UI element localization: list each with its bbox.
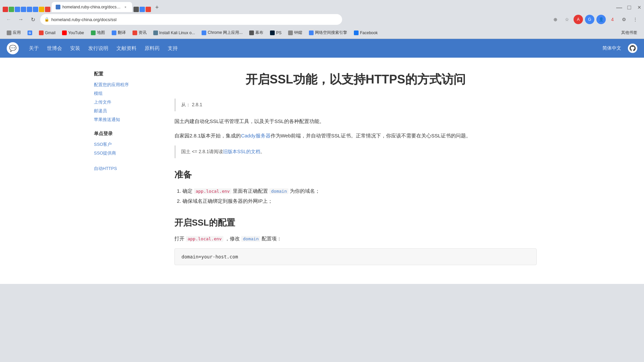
bookmark-bell-label: 钟鑐 (294, 30, 302, 36)
open-config-paragraph: 打开 app.local.env ，修改 domain 配置项： (174, 234, 537, 243)
bookmark-gmail-label: Gmail (45, 31, 55, 35)
address-bar[interactable]: 🔒 homeland.ruby-china.org/docs/ssl (40, 14, 342, 25)
extension1-icon[interactable]: A (574, 15, 583, 24)
old-ssl-docs-link[interactable]: 旧版本SSL的文档 (223, 149, 260, 154)
refresh-button[interactable]: ↻ (28, 15, 38, 24)
para2-after: 配置项： (260, 236, 282, 241)
bookmark-kali-label: Install Kali Linux o... (159, 31, 195, 35)
nav-expo[interactable]: 世博会 (47, 45, 62, 52)
profile-icon[interactable]: 👤 (596, 15, 606, 24)
main-content: 开启SSL功能，以支持HTTPS的方式访问 从： 2.8.1 国土内建自动化SS… (154, 71, 557, 270)
extension2-icon[interactable]: G (585, 15, 594, 24)
website: 💬 关于 世博会 安装 发行说明 文献资料 原料药 支持 简体中文 (0, 39, 644, 284)
bookmark-apps[interactable]: 应用 (4, 28, 23, 37)
bookmark-youtube[interactable]: YouTube (59, 29, 87, 37)
extension3-icon[interactable]: 4 (608, 15, 617, 24)
logo-icon: 💬 (7, 42, 19, 54)
bookmark-ps[interactable]: PS (267, 29, 284, 37)
prepare-list: 确定 app.local.env 里面有正确配置 domain 为你的域名； 确… (174, 186, 537, 206)
sidebar-link-sso-client[interactable]: SSO客户 (94, 140, 148, 149)
bookmark-youtube-label: YouTube (68, 31, 84, 35)
active-tab[interactable]: homeland.ruby-china.org/docs/ssl × (52, 2, 132, 12)
bookmark-other[interactable]: 其他书签 (619, 28, 640, 37)
bookmark-facebook[interactable]: Facebook (351, 29, 380, 37)
bookmark-apps-label: 应用 (13, 30, 21, 36)
tab-bar: homeland.ruby-china.org/docs/ssl × + — □… (0, 0, 644, 12)
note-blockquote: 国土 <= 2.8.1请阅读旧版本SSL的文档。 (174, 145, 537, 158)
tab-favicon (56, 5, 60, 9)
content-area: 配置 配置您的应用程序 模组 上传文件 邮递员 苹果推送通知 单点登录 SSO客… (87, 58, 557, 284)
bookmark-bell[interactable]: 钟鑐 (285, 28, 305, 37)
maximize-button[interactable]: □ (625, 3, 634, 12)
site-nav: 💬 关于 世博会 安装 发行说明 文献资料 原料药 支持 简体中文 (0, 39, 644, 58)
list1-code2: domain (269, 188, 288, 194)
browser-window: homeland.ruby-china.org/docs/ssl × + — □… (0, 0, 644, 362)
close-button[interactable]: × (635, 3, 644, 12)
code-content: domain=your-host.com (181, 254, 238, 259)
list1-code1: app.local.env (194, 188, 231, 194)
bookmark-translate[interactable]: 翻译 (109, 28, 128, 37)
nav-install[interactable]: 安装 (70, 45, 80, 52)
bookmark-star-icon[interactable]: ☆ (562, 15, 572, 24)
note-before: 国土 <= 2.8.1请阅读 (181, 149, 223, 154)
bookmark-facebook-label: Facebook (360, 31, 378, 35)
github-icon[interactable] (628, 44, 637, 53)
nav-links: 关于 世博会 安装 发行说明 文献资料 原料药 支持 (29, 45, 178, 52)
tab-close-button[interactable]: × (123, 4, 128, 10)
bookmark-maps[interactable]: 地图 (88, 28, 108, 37)
sidebar-group-config: 配置 配置您的应用程序 模组 上传文件 邮递员 苹果推送通知 (94, 71, 148, 124)
bookmark-chrome-apps[interactable]: Chrome 网上应用... (199, 28, 245, 37)
sidebar-link-mailer[interactable]: 邮递员 (94, 107, 148, 115)
sidebar-section-sso: 单点登录 (94, 131, 148, 137)
bookmark-kali[interactable]: Install Kali Linux o... (151, 29, 198, 37)
list-item-2: 确保域名正确绑定到服务器的外网IP上； (182, 196, 537, 206)
sidebar: 配置 配置您的应用程序 模组 上传文件 邮递员 苹果推送通知 单点登录 SSO客… (87, 71, 154, 270)
para1-before: 自家园2.8.1版本开始，集成的 (174, 133, 241, 138)
section-prepare-heading: 准备 (174, 169, 537, 181)
nav-raw[interactable]: 原料药 (145, 45, 160, 52)
forward-button[interactable]: → (16, 15, 25, 24)
back-button[interactable]: ← (4, 15, 13, 24)
nav-release[interactable]: 发行说明 (88, 45, 108, 52)
bookmark-gmail[interactable]: Gmail (36, 29, 58, 37)
bookmark-mub-label: 幕布 (255, 30, 263, 36)
code-block: domain=your-host.com (174, 248, 537, 265)
sidebar-group-sso: 单点登录 SSO客户 SSO提供商 (94, 131, 148, 158)
nav-right: 简体中文 (602, 44, 637, 53)
para1-after: 作为Web前端，并自动管理SSL证书。正常情况下，你应该不需要在关心SSL证书的… (271, 133, 471, 138)
new-tab-button[interactable]: + (152, 3, 162, 12)
bookmark-ps-label: PS (276, 31, 281, 35)
bookmark-other-label: 其他书签 (621, 30, 637, 36)
bookmark-mub[interactable]: 幕布 (247, 28, 266, 37)
list-item-1: 确定 app.local.env 里面有正确配置 domain 为你的域名； (182, 186, 537, 196)
nav-lang[interactable]: 简体中文 (602, 45, 621, 51)
translate-icon[interactable]: ⊕ (551, 15, 560, 24)
sidebar-link-apns[interactable]: 苹果推送通知 (94, 115, 148, 124)
nav-docs[interactable]: 文献资料 (116, 45, 137, 52)
minimize-button[interactable]: — (614, 3, 624, 12)
sidebar-link-configure-app[interactable]: 配置您的应用程序 (94, 80, 148, 89)
sidebar-link-upload[interactable]: 上传文件 (94, 98, 148, 107)
note-after: 。 (260, 149, 265, 154)
bookmark-google[interactable]: G (25, 29, 35, 37)
para2-middle: ，修改 (223, 236, 241, 241)
list1-before: 确定 (182, 188, 194, 194)
sidebar-link-modules[interactable]: 模组 (94, 89, 148, 98)
sidebar-section-config: 配置 (94, 71, 148, 77)
nav-about[interactable]: 关于 (29, 45, 39, 52)
since-blockquote: 从： 2.8.1 (174, 99, 537, 111)
more-menu-button[interactable]: ⋮ (631, 15, 640, 24)
url-text: homeland.ruby-china.org/docs/ssl (51, 17, 338, 22)
extension4-icon[interactable]: ⚙ (619, 15, 629, 24)
nav-support[interactable]: 支持 (168, 45, 178, 52)
bookmark-maps-label: 地图 (97, 30, 105, 36)
bookmark-news[interactable]: 资讯 (130, 28, 149, 37)
caddy-link[interactable]: Caddy服务器 (241, 133, 270, 138)
sidebar-link-auto-https[interactable]: 自动HTTPS (94, 164, 148, 173)
bookmark-web[interactable]: 网络空间搜索引擎 (306, 28, 350, 37)
caddy-paragraph: 自家园2.8.1版本开始，集成的Caddy服务器作为Web前端，并自动管理SSL… (174, 131, 537, 140)
sidebar-link-sso-provider[interactable]: SSO提供商 (94, 149, 148, 158)
list1-middle: 里面有正确配置 (231, 188, 269, 194)
para2-before: 打开 (174, 236, 186, 241)
site-logo[interactable]: 💬 (7, 42, 19, 54)
